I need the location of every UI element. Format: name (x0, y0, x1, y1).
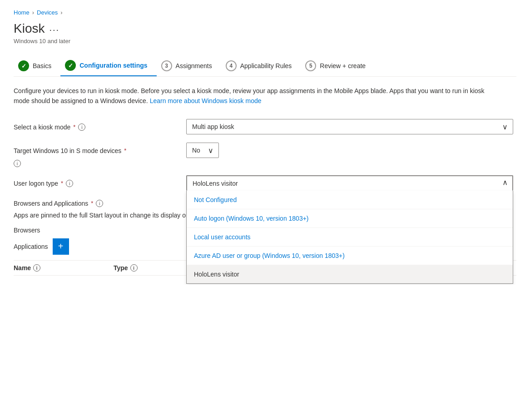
col-name: Name i (14, 264, 104, 272)
breadcrumb-home[interactable]: Home (14, 9, 30, 16)
target-windows-label: Target Windows 10 in S mode devices (14, 147, 121, 154)
col-name-info-icon[interactable]: i (33, 264, 40, 272)
browsers-apps-info-icon[interactable]: i (96, 200, 103, 207)
checkmark-icon-2: ✓ (68, 62, 73, 69)
option-auto-logon[interactable]: Auto logon (Windows 10, version 1803+) (187, 209, 513, 228)
kiosk-mode-dropdown[interactable]: Multi app kiosk (186, 119, 513, 134)
user-logon-row: User logon type * i HoloLens visitor ∨ N… (14, 175, 513, 191)
breadcrumb-devices[interactable]: Devices (37, 9, 58, 16)
target-windows-dropdown[interactable]: No (186, 143, 219, 158)
kiosk-mode-dropdown-wrapper: Multi app kiosk ∨ (186, 119, 513, 134)
user-logon-label: User logon type (14, 180, 58, 187)
target-windows-row: Target Windows 10 in S mode devices * No… (14, 143, 513, 167)
step-review-circle: 5 (305, 60, 316, 71)
step-applicability-circle: 4 (226, 60, 237, 71)
target-windows-required: * (124, 147, 126, 154)
step-configuration[interactable]: ✓ Configuration settings (60, 55, 156, 76)
step-applicability-label: Applicability Rules (240, 62, 292, 69)
wizard-steps: ✓ Basics ✓ Configuration settings 3 Assi… (14, 55, 516, 77)
kiosk-mode-label: Select a kiosk mode (14, 124, 70, 131)
user-logon-dropdown-wrapper: HoloLens visitor ∨ (186, 175, 513, 191)
step-config-circle: ✓ (65, 60, 76, 71)
form-section: Select a kiosk mode * i Multi app kiosk … (14, 119, 513, 191)
step-review-label: Review + create (320, 62, 366, 69)
user-logon-info-icon[interactable]: i (66, 180, 73, 187)
step-basics[interactable]: ✓ Basics (14, 56, 60, 76)
kiosk-mode-control: Multi app kiosk ∨ (186, 119, 513, 134)
page-subtitle: Windows 10 and later (14, 38, 516, 44)
learn-more-link[interactable]: Learn more about Windows kiosk mode (150, 97, 262, 104)
step-review-number: 5 (309, 63, 312, 69)
target-windows-label-group: Target Windows 10 in S mode devices * (14, 147, 177, 154)
option-local-user[interactable]: Local user accounts (187, 228, 513, 247)
step-basics-circle: ✓ (18, 60, 29, 71)
user-logon-label-group: User logon type * i (14, 180, 177, 187)
step-config-label: Configuration settings (79, 62, 147, 69)
step-assignments[interactable]: 3 Assignments (157, 56, 221, 76)
checkmark-icon: ✓ (21, 63, 26, 69)
add-application-button[interactable]: + (53, 238, 69, 255)
breadcrumb-sep1: › (32, 9, 34, 16)
user-logon-dropdown[interactable]: HoloLens visitor (186, 175, 513, 191)
step-basics-label: Basics (33, 62, 51, 69)
target-windows-control: No ∨ (186, 143, 219, 158)
kiosk-mode-info-icon[interactable]: i (78, 124, 85, 131)
step-applicability-number: 4 (229, 63, 233, 69)
option-not-configured[interactable]: Not Configured (187, 191, 513, 209)
more-options-button[interactable]: ··· (49, 25, 59, 35)
browsers-apps-label: Browsers and Applications (14, 200, 88, 207)
user-logon-control: HoloLens visitor ∨ Not Configured Auto l… (186, 175, 513, 191)
breadcrumb-sep2: › (60, 9, 62, 16)
target-windows-info-group: i (14, 160, 21, 167)
option-azure-ad[interactable]: Azure AD user or group (Windows 10, vers… (187, 247, 513, 265)
target-windows-info-icon[interactable]: i (14, 160, 21, 167)
kiosk-mode-row: Select a kiosk mode * i Multi app kiosk … (14, 119, 513, 134)
page-header: Kiosk ··· (14, 21, 516, 36)
col-type: Type i (114, 264, 195, 272)
step-assignments-circle: 3 (161, 60, 172, 71)
browsers-apps-required: * (91, 200, 93, 207)
target-windows-dropdown-wrapper: No ∨ (186, 143, 219, 158)
user-logon-required: * (61, 180, 63, 187)
breadcrumb: Home › Devices › (14, 9, 516, 16)
page-title: Kiosk (14, 21, 45, 36)
step-applicability[interactable]: 4 Applicability Rules (221, 56, 301, 76)
step-assignments-label: Assignments (176, 62, 212, 69)
step-assignments-number: 3 (165, 63, 168, 69)
kiosk-mode-label-group: Select a kiosk mode * i (14, 124, 177, 131)
user-logon-options-list: Not Configured Auto logon (Windows 10, v… (186, 191, 513, 284)
kiosk-mode-required: * (73, 124, 75, 130)
col-type-info-icon[interactable]: i (130, 264, 138, 272)
description-block: Configure your devices to run in kiosk m… (14, 86, 495, 106)
applications-label: Applications (14, 243, 48, 250)
step-review[interactable]: 5 Review + create (301, 56, 375, 76)
option-hololens-visitor[interactable]: HoloLens visitor (187, 265, 513, 283)
browsers-apps-desc-text1: Apps are pinned to the full Start layout… (14, 212, 130, 219)
